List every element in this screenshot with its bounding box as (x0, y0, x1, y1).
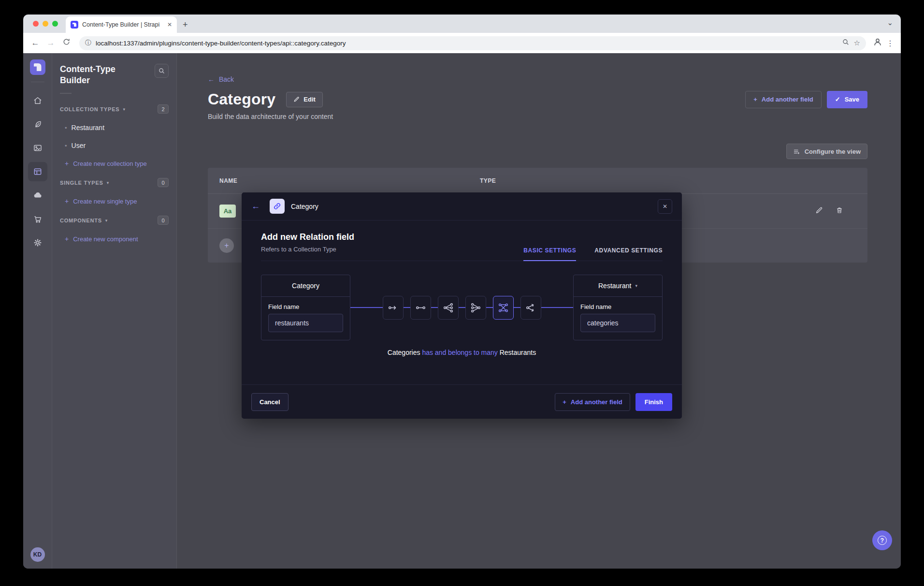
finish-button[interactable]: Finish (635, 393, 672, 411)
button-label: Add another field (571, 398, 622, 406)
relation-configurator: Category Field name restaurants (261, 275, 663, 340)
button-label: Configure the view (805, 148, 861, 155)
marketplace-cart-icon[interactable] (28, 209, 47, 229)
caret-down-icon: ▾ (105, 218, 108, 223)
help-button[interactable]: ? (872, 530, 892, 550)
sidebar-item-restaurant[interactable]: • Restaurant (65, 124, 169, 132)
text-field-badge: Aa (219, 205, 236, 218)
configure-view-button[interactable]: Configure the view (786, 144, 867, 159)
relation-many-to-many-icon[interactable] (493, 296, 514, 320)
caret-down-icon: ▾ (635, 283, 637, 288)
content-manager-feather-icon[interactable] (28, 115, 47, 134)
page-header: Category Edit + Add another field ✓ Save (208, 90, 867, 108)
screenshot-stage: Content-Type Builder | Strapi ✕ + ⌄ ← → … (0, 0, 924, 586)
tab-search-chevron-icon[interactable]: ⌄ (887, 18, 893, 27)
relation-one-to-many-icon[interactable] (438, 296, 459, 320)
relation-one-way-icon[interactable] (383, 296, 404, 320)
subnav-rule (60, 93, 72, 94)
item-label: Restaurant (72, 124, 104, 132)
forward-nav-icon[interactable]: → (44, 38, 57, 48)
target-card-title: Restaurant (598, 282, 631, 290)
target-field-name-input[interactable]: categories (580, 314, 655, 332)
create-single-type-link[interactable]: + Create new single type (65, 197, 169, 205)
search-button[interactable] (155, 64, 169, 78)
modal-back-arrow-icon[interactable]: ← (251, 201, 260, 211)
site-info-icon[interactable]: ⓘ (85, 39, 91, 47)
relation-type-picker (350, 275, 573, 340)
sidebar-item-user[interactable]: • User (65, 142, 169, 149)
sentence-target: Restaurants (500, 349, 536, 356)
zoom-page-icon[interactable] (842, 38, 850, 48)
add-relation-modal: ← Category ✕ Add new Relation field Refe… (242, 192, 682, 419)
cancel-button[interactable]: Cancel (251, 393, 289, 411)
edit-pencil-icon[interactable] (815, 206, 823, 216)
tab-close-icon[interactable]: ✕ (167, 21, 172, 28)
tab-basic-settings[interactable]: BASIC SETTINGS (523, 247, 576, 261)
caret-down-icon: ▾ (123, 107, 125, 112)
browser-menu-icon[interactable]: ⋮ (885, 39, 895, 48)
settings-gear-icon[interactable] (28, 233, 47, 252)
content-type-builder-icon[interactable] (28, 162, 47, 181)
question-mark-icon: ? (878, 536, 887, 545)
section-count-badge: 2 (158, 104, 169, 114)
relation-many-way-icon[interactable] (520, 296, 541, 320)
back-link[interactable]: ← Back (208, 75, 867, 83)
traffic-lights (33, 21, 58, 27)
add-another-field-button[interactable]: + Add another field (745, 91, 821, 108)
minimize-window-button[interactable] (43, 21, 48, 27)
tab-advanced-settings[interactable]: ADVANCED SETTINGS (594, 247, 663, 261)
source-field-name-input[interactable]: restaurants (268, 314, 343, 332)
source-card-title: Category (261, 275, 350, 297)
target-collection-dropdown[interactable]: Restaurant ▾ (574, 275, 662, 297)
column-header-type: TYPE (480, 177, 496, 184)
close-window-button[interactable] (33, 21, 39, 27)
new-tab-button[interactable]: + (183, 20, 188, 30)
link-label: Create new collection type (73, 160, 146, 167)
bookmark-star-icon[interactable]: ☆ (854, 39, 860, 47)
modal-breadcrumb: Category (291, 203, 318, 210)
url-bar[interactable]: ⓘ localhost:1337/admin/plugins/content-t… (79, 36, 866, 50)
modal-add-another-field-button[interactable]: + Add another field (555, 393, 630, 411)
relation-link-icon (270, 199, 285, 214)
add-field-circle-icon[interactable]: + (219, 238, 234, 253)
modal-footer: Cancel + Add another field Finish (242, 384, 682, 419)
page-title: Category (208, 90, 275, 108)
relation-many-to-one-icon[interactable] (465, 296, 486, 320)
section-components[interactable]: COMPONENTS ▾ 0 (60, 216, 169, 225)
section-single-types[interactable]: SINGLE TYPES ▾ 0 (60, 178, 169, 187)
plus-icon: + (65, 197, 69, 205)
save-button[interactable]: ✓ Save (827, 91, 867, 108)
reload-icon[interactable] (60, 38, 72, 48)
profile-avatar-icon[interactable] (873, 37, 882, 49)
modal-title: Add new Relation field (261, 232, 354, 242)
section-count-badge: 0 (158, 216, 169, 225)
section-label: SINGLE TYPES (60, 180, 103, 186)
item-label: User (72, 142, 86, 149)
back-nav-icon[interactable]: ← (29, 38, 42, 48)
relation-one-to-one-icon[interactable] (410, 296, 431, 320)
modal-title-block: Add new Relation field Refers to a Colle… (261, 232, 354, 261)
plus-icon: + (753, 96, 757, 103)
source-card-body: Field name restaurants (261, 297, 350, 340)
url-text[interactable]: localhost:1337/admin/plugins/content-typ… (96, 40, 837, 47)
browser-tab[interactable]: Content-Type Builder | Strapi ✕ (66, 16, 177, 33)
create-component-link[interactable]: + Create new component (65, 235, 169, 243)
strapi-admin-app: KD Content-Type Builder COLLECTION TYPES… (23, 53, 901, 569)
create-collection-type-link[interactable]: + Create new collection type (65, 160, 169, 167)
column-header-name: NAME (219, 177, 237, 184)
section-label: COLLECTION TYPES (60, 106, 119, 112)
strapi-logo-icon[interactable] (30, 59, 45, 75)
button-label: Add another field (762, 96, 813, 103)
edit-button[interactable]: Edit (286, 92, 323, 107)
back-arrow-icon: ← (208, 75, 215, 83)
user-avatar[interactable]: KD (30, 547, 45, 562)
section-collection-types[interactable]: COLLECTION TYPES ▾ 2 (60, 104, 169, 114)
plus-icon: + (65, 160, 69, 167)
modal-close-icon[interactable]: ✕ (658, 199, 672, 214)
cloud-icon[interactable] (28, 186, 47, 205)
zoom-window-button[interactable] (52, 21, 58, 27)
media-library-icon[interactable] (28, 138, 47, 158)
home-icon[interactable] (28, 91, 47, 110)
delete-trash-icon[interactable] (836, 206, 843, 216)
tab-title: Content-Type Builder | Strapi (82, 21, 163, 28)
